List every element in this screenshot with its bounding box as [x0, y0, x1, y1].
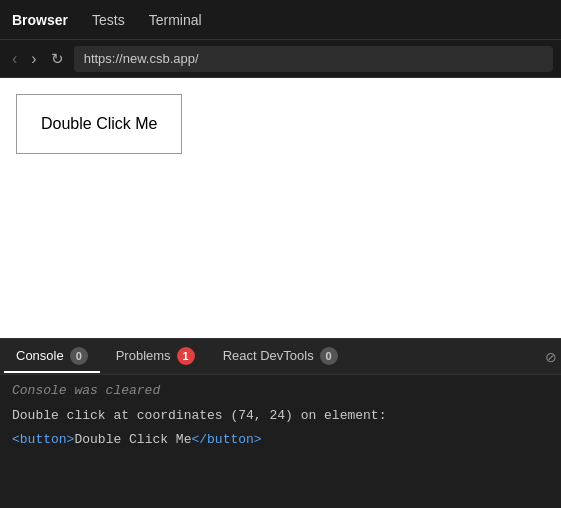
url-input[interactable] — [74, 46, 553, 72]
tab-console-badge: 0 — [70, 347, 88, 365]
tab-react-devtools[interactable]: React DevTools 0 — [211, 341, 350, 373]
console-log-text-1: Double click at coordinates (74, 24) on … — [12, 408, 386, 423]
console-log-line-2: <button>Double Click Me</button> — [12, 430, 549, 450]
tab-problems-label: Problems — [116, 348, 171, 363]
tab-react-devtools-badge: 0 — [320, 347, 338, 365]
browser-content: Double Click Me — [0, 78, 561, 338]
address-bar-row: ‹ › ↻ — [0, 40, 561, 78]
tab-console-label: Console — [16, 348, 64, 363]
console-tag-text: Double Click Me — [74, 432, 191, 447]
nav-tests[interactable]: Tests — [92, 8, 125, 32]
console-cleared-message: Console was cleared — [12, 383, 549, 398]
panel-tab-bar: Console 0 Problems 1 React DevTools 0 ⊘ — [0, 339, 561, 375]
bottom-panel: Console 0 Problems 1 React DevTools 0 ⊘ … — [0, 338, 561, 508]
top-nav: Browser Tests Terminal — [0, 0, 561, 40]
console-tag-open: <button> — [12, 432, 74, 447]
console-output: Console was cleared Double click at coor… — [0, 375, 561, 508]
nav-browser[interactable]: Browser — [12, 8, 68, 32]
double-click-button[interactable]: Double Click Me — [16, 94, 182, 154]
block-icon[interactable]: ⊘ — [545, 349, 557, 365]
nav-terminal[interactable]: Terminal — [149, 8, 202, 32]
tab-react-devtools-label: React DevTools — [223, 348, 314, 363]
tab-problems-badge: 1 — [177, 347, 195, 365]
forward-button[interactable]: › — [27, 46, 40, 72]
console-log-line-1: Double click at coordinates (74, 24) on … — [12, 406, 549, 426]
console-tag-close: </button> — [191, 432, 261, 447]
tab-console[interactable]: Console 0 — [4, 341, 100, 373]
back-button[interactable]: ‹ — [8, 46, 21, 72]
reload-button[interactable]: ↻ — [47, 46, 68, 72]
tab-problems[interactable]: Problems 1 — [104, 341, 207, 373]
